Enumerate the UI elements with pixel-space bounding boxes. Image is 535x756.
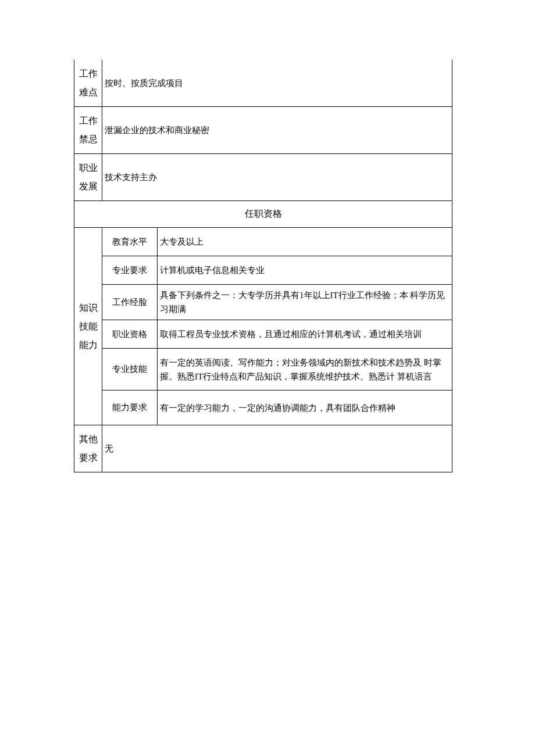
row-other: 其他要求 无 — [74, 425, 452, 472]
knowledge-item-value-5: 有一定的学习能力，一定的沟通协调能力，具有团队合作精神 — [158, 390, 452, 425]
label-knowledge: 知识技能能力 — [74, 228, 102, 425]
row-knowledge-4: 专业技能 有一定的英语阅读、写作能力；对业务领域内的新技术和技术趋势及 时掌握。… — [74, 349, 452, 390]
knowledge-item-value-0: 大专及以上 — [158, 228, 452, 256]
knowledge-item-name-5: 能力要求 — [102, 390, 158, 425]
row-knowledge-1: 专业要求 计算机或电子信息相关专业 — [74, 256, 452, 285]
label-other: 其他要求 — [74, 425, 102, 472]
row-knowledge-5: 能力要求 有一定的学习能力，一定的沟通协调能力，具有团队合作精神 — [74, 390, 452, 425]
row-career: 职业发展 技术支持主办 — [74, 154, 452, 201]
knowledge-item-name-3: 职业资格 — [102, 320, 158, 349]
row-taboo: 工作禁忌 泄漏企业的技术和商业秘密 — [74, 107, 452, 154]
knowledge-item-name-0: 教育水平 — [102, 228, 158, 256]
document-table-container: 工作难点 按时、按质完成项目 工作禁忌 泄漏企业的技术和商业秘密 职业发展 技术… — [74, 60, 452, 472]
knowledge-item-value-3: 取得工程员专业技术资格，且通过相应的计算机考试，通过相关培训 — [158, 320, 452, 349]
label-difficulty: 工作难点 — [74, 60, 102, 107]
row-knowledge-2: 工作经脸 具备下列条件之一：大专学历并具有1年以上IT行业工作经验；本 科学历见… — [74, 285, 452, 320]
knowledge-item-name-2: 工作经脸 — [102, 285, 158, 320]
knowledge-item-value-1: 计算机或电子信息相关专业 — [158, 256, 452, 285]
row-difficulty: 工作难点 按时、按质完成项目 — [74, 60, 452, 107]
row-knowledge-0: 知识技能能力 教育水平 大专及以上 — [74, 228, 452, 256]
value-career: 技术支持主办 — [102, 154, 452, 201]
value-taboo: 泄漏企业的技术和商业秘密 — [102, 107, 452, 154]
section-title: 任职资格 — [74, 201, 452, 228]
row-section-header: 任职资格 — [74, 201, 452, 228]
knowledge-item-name-1: 专业要求 — [102, 256, 158, 285]
value-difficulty: 按时、按质完成项目 — [102, 60, 452, 107]
value-other: 无 — [102, 425, 452, 472]
knowledge-item-value-4: 有一定的英语阅读、写作能力；对业务领域内的新技术和技术趋势及 时掌握。熟悉IT行… — [158, 349, 452, 390]
label-career: 职业发展 — [74, 154, 102, 201]
knowledge-item-value-2: 具备下列条件之一：大专学历并具有1年以上IT行业工作经验；本 科学历见习期满 — [158, 285, 452, 320]
knowledge-item-name-4: 专业技能 — [102, 349, 158, 390]
label-taboo: 工作禁忌 — [74, 107, 102, 154]
row-knowledge-3: 职业资格 取得工程员专业技术资格，且通过相应的计算机考试，通过相关培训 — [74, 320, 452, 349]
qualification-table: 工作难点 按时、按质完成项目 工作禁忌 泄漏企业的技术和商业秘密 职业发展 技术… — [74, 60, 452, 472]
